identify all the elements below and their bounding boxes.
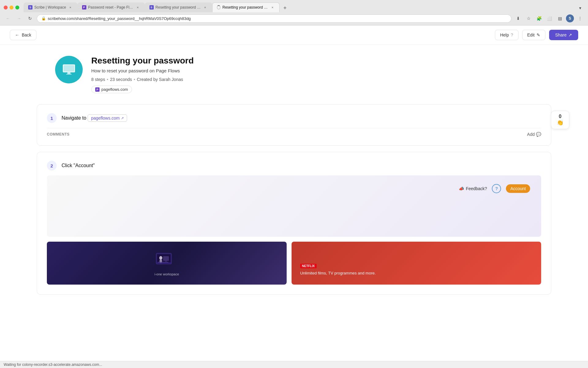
browser-tab-2[interactable]: P Password reset - Page Flows × (77, 2, 145, 12)
help-button-label: Help (500, 33, 509, 37)
address-text: scribehow.com/shared/Resetting_your_pass… (48, 16, 191, 21)
step-1-comments: COMMENTS Add 💬 (47, 128, 541, 137)
reaction-bubble-1[interactable]: 0 👏 (551, 111, 569, 129)
pf-account-button[interactable]: Account (506, 184, 530, 193)
svg-rect-4 (64, 66, 74, 71)
tab-close-2[interactable]: × (135, 5, 140, 10)
tab-favicon-1: S (28, 5, 32, 10)
svg-rect-9 (158, 262, 168, 263)
pf-help-circle[interactable]: ? (492, 184, 501, 193)
step-1-header: 1 Navigate to pageflows.com ↗ (47, 113, 541, 123)
edit-button[interactable]: Edit ✎ (522, 30, 545, 40)
share-icon: ↗ (568, 33, 572, 37)
pf-feedback: 📣 Feedback? (459, 186, 487, 191)
step-2-text: Click "Account" (62, 163, 95, 168)
tab-title-2: Password reset - Page Flows (88, 5, 134, 10)
reload-button[interactable]: ↻ (26, 14, 34, 23)
svg-rect-2 (67, 72, 70, 74)
minimize-window-button[interactable] (9, 6, 13, 10)
extension-icon[interactable]: 🧩 (535, 14, 543, 23)
tab-favicon-2: P (82, 5, 86, 10)
created-by: Created by Sarah Jonas (137, 77, 183, 82)
svg-rect-11 (165, 261, 167, 262)
step-1-text: Navigate to pageflows.com ↗ (62, 114, 127, 122)
workspace-illustration (155, 250, 179, 269)
thumbnail-1-label: i-one workspace (154, 272, 179, 276)
share-button-label: Share (555, 33, 567, 37)
megaphone-icon: 📣 (459, 186, 464, 191)
help-circle-icon: ? (511, 33, 513, 37)
thumbnail-2: NETFLIX Unlimited films, TV programmes a… (292, 242, 541, 285)
steps-container: 1 Navigate to pageflows.com ↗ COMMENTS A… (0, 104, 588, 319)
external-link-icon: ↗ (121, 116, 124, 120)
browser-tab-3[interactable]: S Resetting your password | Scri... × (145, 2, 212, 12)
edit-button-label: Edit (527, 33, 535, 37)
guide-info: Resetting your password How to reset you… (91, 56, 533, 93)
back-button[interactable]: ← Back (10, 30, 36, 40)
help-text: ? (495, 186, 498, 191)
tab-close-4[interactable]: × (270, 5, 275, 10)
status-bar: Waiting for colony-recorder.s3-accelerat… (0, 361, 588, 366)
bookmark-icon[interactable]: ☆ (524, 14, 533, 23)
add-comment-icon: 💬 (536, 132, 541, 137)
guide-meta: 8 steps 23 seconds Created by Sarah Jona… (91, 77, 533, 82)
step-card-2: 2 Click "Account" 📣 Feedback? ? (37, 152, 551, 295)
back-navigation-button[interactable]: ← (4, 14, 12, 23)
tabs-menu-button[interactable]: ▾ (576, 4, 584, 12)
share-button[interactable]: Share ↗ (549, 30, 578, 40)
help-button[interactable]: Help ? (495, 30, 518, 40)
svg-rect-3 (66, 74, 72, 75)
maximize-window-button[interactable] (15, 6, 19, 10)
toolbar-actions: ⬇ ☆ 🧩 ⬜ ▤ S ⋮ (514, 14, 584, 23)
step-2-screenshot: 📣 Feedback? ? Account (47, 175, 541, 237)
new-tab-button[interactable]: + (281, 4, 289, 12)
source-favicon: P (95, 87, 100, 92)
source-badge[interactable]: P pageflows.com (91, 86, 132, 93)
feedback-text: Feedback? (466, 186, 487, 191)
meta-separator-1 (107, 79, 108, 80)
screenshot-mockup: 📣 Feedback? ? Account (47, 175, 541, 237)
tab-close-3[interactable]: × (203, 5, 208, 10)
status-text: Waiting for colony-recorder.s3-accelerat… (4, 362, 102, 366)
duration: 23 seconds (110, 77, 132, 82)
netflix-logo: NETFLIX (300, 264, 317, 268)
browser-tab-1[interactable]: S Scribe | Workspace × (24, 2, 77, 12)
pageflows-nav: 📣 Feedback? ? Account (52, 180, 536, 197)
edit-pencil-icon: ✎ (537, 33, 540, 37)
tab-close-1[interactable]: × (68, 5, 73, 10)
traffic-lights (4, 6, 19, 10)
profile-avatar[interactable]: S (566, 14, 574, 22)
step-1-link[interactable]: pageflows.com ↗ (88, 114, 127, 122)
steps-count: 8 steps (91, 77, 105, 82)
meta-separator-2 (134, 79, 135, 80)
back-button-label: Back (22, 33, 31, 37)
header-actions: Help ? Edit ✎ Share ↗ (495, 30, 578, 40)
tab-title-4: Resetting your password | Scri... (222, 5, 268, 10)
page-content: ← Back Help ? Edit ✎ Share ↗ (0, 25, 588, 366)
forward-navigation-button[interactable]: → (15, 14, 23, 23)
extensions-puzzle-icon[interactable]: ⬜ (545, 14, 554, 23)
browser-tab-4[interactable]: Resetting your password | Scri... × (212, 2, 280, 12)
back-arrow-icon: ← (15, 33, 19, 37)
title-bar: S Scribe | Workspace × P Password reset … (0, 0, 588, 12)
add-comment-1[interactable]: Add 💬 (527, 132, 541, 137)
step-number-2: 2 (47, 161, 57, 171)
menu-icon[interactable]: ⋮ (576, 14, 584, 23)
step-1-link-text: pageflows.com (91, 116, 119, 121)
svg-point-7 (159, 256, 162, 260)
reaction-count-1: 0 (559, 114, 562, 119)
monitor-svg (61, 62, 77, 77)
close-window-button[interactable] (4, 6, 8, 10)
download-icon[interactable]: ⬇ (514, 14, 522, 23)
thumbnail-1: i-one workspace (47, 242, 287, 285)
guide-description: How to reset your password on Page Flows (91, 68, 533, 73)
tabs-bar: S Scribe | Workspace × P Password reset … (24, 2, 584, 12)
netflix-content: NETFLIX Unlimited films, TV programmes a… (296, 259, 536, 280)
account-text: Account (510, 186, 526, 191)
comments-label-1: COMMENTS (47, 132, 70, 136)
address-bar[interactable]: 🔒 scribehow.com/shared/Resetting_your_pa… (37, 14, 511, 23)
sidebar-icon[interactable]: ▤ (556, 14, 564, 23)
step-1-navigate-text: Navigate to (62, 115, 86, 121)
add-label-1: Add (527, 132, 535, 137)
guide-icon (55, 56, 83, 83)
